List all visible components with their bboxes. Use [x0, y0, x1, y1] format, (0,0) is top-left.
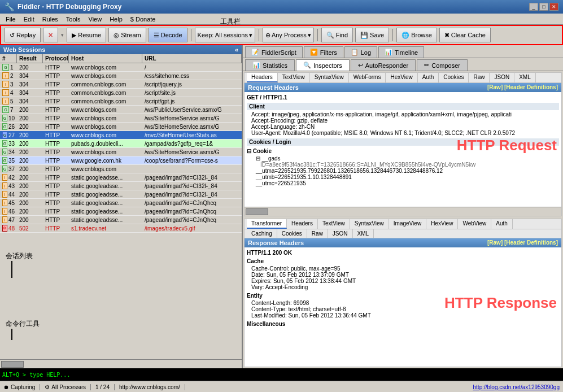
remove-button[interactable]: ✕: [43, 28, 58, 42]
cell-icon: I 2: [0, 72, 17, 80]
table-row[interactable]: G 27 200 HTTP www.cnblogs.com /mvc/SiteH…: [0, 131, 242, 140]
table-row[interactable]: G 34 200 HTTP www.cnblogs.com /ws/SiteHo…: [0, 148, 242, 156]
stab-raw[interactable]: Raw: [469, 73, 490, 82]
stab-resp-cookies[interactable]: Cookies: [277, 229, 307, 238]
stab-auth[interactable]: Auth: [418, 73, 439, 82]
title-bar-controls[interactable]: _ □ ✕: [529, 3, 558, 11]
table-row[interactable]: I 2 304 HTTP www.cnblogs.com /css/siteho…: [0, 72, 242, 80]
menu-edit[interactable]: Edit: [20, 15, 38, 24]
resume-button[interactable]: ▶ Resume: [67, 28, 106, 42]
process-dropdown[interactable]: ⊕ Any Process ▾: [263, 28, 314, 42]
table-row[interactable]: I 3 304 HTTP common.cnblogs.com /script/…: [0, 80, 242, 89]
status-capturing[interactable]: ⏺ Capturing: [3, 384, 40, 390]
table-row[interactable]: I 43 200 HTTP static.googleadsse... /pag…: [0, 182, 242, 190]
table-row[interactable]: I 47 200 HTTP static.googleadsse... /pag…: [0, 216, 242, 224]
response-headers-links[interactable]: [Raw] [Header Definitions]: [487, 239, 558, 246]
table-row[interactable]: I 5 304 HTTP common.cnblogs.com /script/…: [0, 97, 242, 106]
table-row[interactable]: G 35 200 HTTP www.google.com.hk /coop/cs…: [0, 156, 242, 165]
session-list-annotation: 会话列表: [6, 251, 33, 278]
tab-statistics[interactable]: 📊 Statistics: [245, 59, 295, 71]
table-row[interactable]: G 7 200 HTTP www.cnblogs.com /ws/PublicU…: [0, 106, 242, 114]
stab-resp-json[interactable]: JSON: [328, 229, 353, 238]
h-scroll-thumb-left[interactable]: [1, 361, 24, 368]
title-bar: 🔧 Fiddler - HTTP Debugging Proxy _ □ ✕: [0, 0, 563, 14]
h-scroll-thumb-req[interactable]: [246, 208, 268, 215]
stab-resp-auth[interactable]: Auth: [491, 219, 513, 229]
h-scrollbar-left[interactable]: [0, 359, 242, 368]
stab-syntaxview[interactable]: SyntaxView: [310, 73, 349, 82]
stab-headers[interactable]: Headers: [247, 73, 278, 82]
stab-resp-caching[interactable]: Caching: [247, 229, 277, 238]
save-button[interactable]: 💾 Save: [355, 28, 389, 42]
table-row[interactable]: G 1 200 HTTP www.cnblogs.com /: [0, 63, 242, 72]
stab-resp-raw[interactable]: Raw: [307, 229, 328, 238]
find-label: Find: [336, 32, 348, 38]
replay-button[interactable]: ↺ Replay: [5, 28, 41, 42]
stab-textview[interactable]: TextView: [278, 73, 310, 82]
stab-resp-hexview[interactable]: HexView: [426, 219, 458, 229]
annotation-line-1: [11, 261, 33, 278]
cell-host: www.cnblogs.com: [69, 123, 142, 130]
status-processes[interactable]: ⚙ All Processes: [45, 384, 91, 390]
tab-timeline[interactable]: 📊 Timeline: [378, 46, 424, 58]
menu-file[interactable]: File: [2, 15, 19, 24]
clear-cache-button[interactable]: ✖ Clear Cache: [439, 28, 491, 42]
stab-cookies[interactable]: Cookies: [439, 73, 469, 82]
request-sub-tabs: Headers TextView SyntaxView WebForms Hex…: [245, 73, 561, 83]
request-headers-links[interactable]: [Raw] [Header Definitions]: [487, 84, 558, 91]
minimize-button[interactable]: _: [529, 3, 538, 11]
cell-result: 200: [17, 208, 43, 215]
keep-dropdown[interactable]: Keep: All sessions ▾: [195, 28, 255, 42]
table-row[interactable]: I 45 200 HTTP static.googleadsse... /pag…: [0, 199, 242, 207]
stab-transformer[interactable]: Transformer: [247, 219, 287, 229]
toolbar: ↺ Replay ✕ ▾ ▶ Resume ◎ Stream ☰ Decode …: [0, 25, 563, 45]
utmc-cookie: __utmc=226521935: [247, 180, 559, 186]
stream-button[interactable]: ◎ Stream: [108, 28, 146, 42]
tab-composer[interactable]: ✏ Composer: [417, 59, 468, 71]
tab-fiddlerscript[interactable]: 📝 FiddlerScript: [245, 46, 303, 58]
cell-host: static.googleadsse...: [69, 216, 142, 224]
menu-donate[interactable]: $ Donate: [127, 15, 159, 24]
table-row[interactable]: G 33 200 HTTP pubads.g.doublecli... /gam…: [0, 140, 242, 148]
find-icon: 🔍: [326, 32, 334, 39]
close-button[interactable]: ✕: [549, 3, 558, 11]
table-row[interactable]: G 37 200 HTTP www.cnblogs.com: [0, 165, 242, 173]
tab-filters[interactable]: 🔽 Filters: [304, 46, 343, 58]
cell-host: s1.tradecv.net: [69, 225, 142, 232]
h-scrollbar-req[interactable]: [245, 207, 561, 216]
status-blog-url[interactable]: http://blog.csdn.net/ax12953090gg: [473, 384, 560, 390]
stab-resp-imageview[interactable]: ImageView: [389, 219, 426, 229]
table-row[interactable]: I 4 304 HTTP common.cnblogs.com /script/…: [0, 89, 242, 97]
browse-button[interactable]: 🌐 Browse: [396, 28, 437, 42]
decode-button[interactable]: ☰ Decode: [149, 28, 187, 42]
stab-json[interactable]: JSON: [490, 73, 514, 82]
stab-resp-textview[interactable]: TextView: [318, 219, 350, 229]
tab-inspectors[interactable]: 🔍 Inspectors: [296, 59, 350, 71]
cell-result: 304: [17, 98, 43, 105]
stab-resp-xml[interactable]: XML: [353, 229, 374, 238]
table-row[interactable]: ⊘ 48 502 HTTP s1.tradecv.net /images/tra…: [0, 224, 242, 233]
find-button[interactable]: 🔍 Find: [321, 28, 353, 42]
stab-hexview[interactable]: HexView: [386, 73, 417, 82]
stab-webforms[interactable]: WebForms: [349, 73, 386, 82]
menu-view[interactable]: View: [85, 15, 106, 24]
table-row[interactable]: I 42 200 HTTP static.googleadsse... /pag…: [0, 173, 242, 182]
cell-result: 200: [17, 106, 43, 114]
menu-tools[interactable]: Tools: [63, 15, 84, 24]
menu-help[interactable]: Help: [106, 15, 126, 24]
cell-protocol: HTTP: [43, 132, 69, 139]
stab-resp-headers[interactable]: Headers: [287, 219, 318, 229]
stab-xml[interactable]: XML: [514, 73, 536, 82]
stab-resp-syntaxview[interactable]: SyntaxView: [350, 219, 389, 229]
table-row[interactable]: I 46 200 HTTP static.googleadsse... /pag…: [0, 207, 242, 216]
table-row[interactable]: G 26 200 HTTP www.cnblogs.com /ws/SiteHo…: [0, 123, 242, 131]
table-row[interactable]: G 10 200 HTTP www.cnblogs.com /ws/SiteHo…: [0, 114, 242, 123]
table-row[interactable]: I 44 200 HTTP static.googleadsse... /pag…: [0, 190, 242, 199]
menu-rules[interactable]: Rules: [39, 15, 62, 24]
tab-log[interactable]: 📋 Log: [344, 46, 377, 58]
stab-resp-webview[interactable]: WebView: [458, 219, 491, 229]
tab-autoresponder[interactable]: ↩ AutoResponder: [351, 59, 416, 71]
maximize-button[interactable]: □: [539, 3, 548, 11]
command-prompt[interactable]: ALT+Q > type HELP...: [2, 372, 70, 378]
sessions-collapse-button[interactable]: «: [235, 46, 238, 53]
